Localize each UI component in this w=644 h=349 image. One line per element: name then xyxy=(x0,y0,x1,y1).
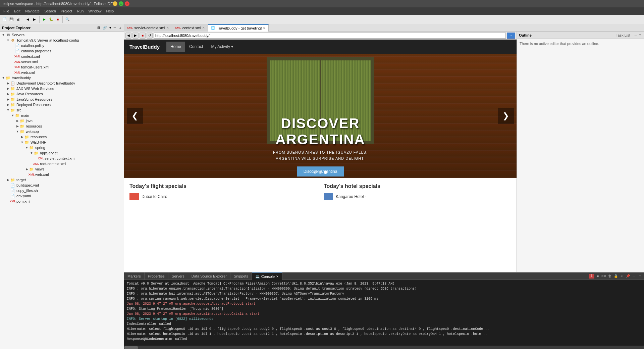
maximize-button[interactable]: □ xyxy=(119,1,123,6)
menu-window[interactable]: Window xyxy=(86,8,103,14)
browser-go-button[interactable]: → xyxy=(507,33,515,39)
minimize-panel-button[interactable]: ─ xyxy=(113,26,117,30)
tab-close-servlet[interactable]: ✕ xyxy=(166,26,169,30)
close-button[interactable]: ✕ xyxy=(125,1,129,6)
tree-item-spring[interactable]: ▼ 📁 spring xyxy=(0,145,124,150)
tab-markers[interactable]: Markers xyxy=(124,272,145,280)
tree-item-java[interactable]: ▶ 📁 java xyxy=(0,118,124,123)
outline-minimize[interactable]: ─ xyxy=(634,33,638,37)
tab-close-context[interactable]: ✕ xyxy=(202,26,205,30)
browser-refresh-button[interactable]: ↺ xyxy=(147,33,153,39)
maximize-panel-button[interactable]: □ xyxy=(118,26,122,30)
back-button[interactable]: ◀ xyxy=(24,16,31,23)
browser-stop-button[interactable]: ■ xyxy=(140,33,146,39)
tab-console[interactable]: 💻 Console ✕ xyxy=(252,272,282,280)
nav-contact[interactable]: Contact xyxy=(185,42,207,52)
tab-servers[interactable]: Servers xyxy=(168,272,188,280)
search-button[interactable]: 🔍 xyxy=(64,16,71,23)
tree-item-pom[interactable]: XML pom.xml xyxy=(0,199,124,204)
tree-item-context-xml[interactable]: XML context.xml xyxy=(0,54,124,59)
tree-item-target[interactable]: ▶ 📁 target xyxy=(0,177,124,183)
toggle-target[interactable]: ▶ xyxy=(6,178,10,182)
link-with-editor-button[interactable]: 🔗 xyxy=(102,26,108,30)
toggle-java-res[interactable]: ▶ xyxy=(6,92,10,96)
toggle-dd[interactable]: ▶ xyxy=(6,81,10,85)
menu-navigate[interactable]: Navigate xyxy=(23,8,42,14)
tree-item-servers[interactable]: ▼ 🖥 Servers xyxy=(0,32,124,38)
tree-item-tomcat[interactable]: ▼ ⚙ Tomcat v9.0 Server at localhost-conf… xyxy=(0,38,124,43)
menu-project[interactable]: Project xyxy=(59,8,74,14)
tree-item-web-xml[interactable]: XML web.xml xyxy=(0,172,124,177)
browser-back-button[interactable]: ◀ xyxy=(125,33,131,39)
tree-item-jax-ws[interactable]: ▶ 📁 JAX-WS Web Services xyxy=(0,86,124,91)
tab-properties[interactable]: Properties xyxy=(145,272,168,280)
toggle-js-res[interactable]: ▶ xyxy=(6,97,10,101)
tree-item-webinf[interactable]: ▼ 📁 WEB-INF xyxy=(0,140,124,145)
slider-prev-button[interactable]: ❮ xyxy=(127,108,143,124)
scroll-lock[interactable]: 🔒 xyxy=(613,273,619,279)
tree-item-buildspec[interactable]: 📄 buildspec.yml xyxy=(0,183,124,188)
collapse-all-button[interactable]: ⊟ xyxy=(96,26,101,30)
console-close[interactable]: ✕ xyxy=(276,275,279,278)
toggle-main[interactable]: ▼ xyxy=(11,113,15,117)
minimize-button[interactable]: ─ xyxy=(113,1,117,6)
tab-travelbuddy[interactable]: 🌐 TravelBuddy - get traveling! ✕ xyxy=(208,24,269,32)
bottom-scrollbar[interactable] xyxy=(124,346,644,349)
tree-item-java-resources[interactable]: ▶ 📁 Java Resources xyxy=(0,91,124,97)
tree-item-web-xml-server[interactable]: XML web.xml xyxy=(0,70,124,75)
tree-item-deployment-descriptor[interactable]: ▶ 📋 Deployment Descriptor: travelbuddy xyxy=(0,81,124,86)
clear-console[interactable]: 🗑 xyxy=(607,273,612,279)
tree-item-webapp-resources[interactable]: ▶ 📁 resources xyxy=(0,134,124,140)
view-menu-button[interactable]: ▾ xyxy=(108,26,112,30)
tree-item-main[interactable]: ▼ 📁 main xyxy=(0,113,124,118)
browser-forward-button[interactable]: ▶ xyxy=(132,33,139,39)
toggle-src[interactable]: ▼ xyxy=(6,108,10,112)
tree-item-server-xml[interactable]: XML server.xml xyxy=(0,59,124,64)
menu-edit[interactable]: Edit xyxy=(12,8,22,14)
tree-item-catalina-policy[interactable]: 📄 catalina.policy xyxy=(0,43,124,48)
toggle-travelbuddy[interactable]: ▼ xyxy=(1,76,5,80)
nav-my-activity[interactable]: My Activity ▾ xyxy=(207,42,237,52)
run-button[interactable]: ▶ xyxy=(41,16,48,23)
save-button[interactable]: 💾 xyxy=(8,16,15,23)
console-maximize[interactable]: □ xyxy=(637,273,643,279)
tree-item-catalina-properties[interactable]: 📄 catalina.properties xyxy=(0,48,124,54)
tab-servlet-context[interactable]: XML servlet-context.xml ✕ xyxy=(124,24,172,32)
toggle-deployed[interactable]: ▶ xyxy=(6,103,10,107)
scrollbar-thumb[interactable] xyxy=(124,346,138,349)
tab-data-source-explorer[interactable]: Data Source Explorer xyxy=(188,272,230,280)
tree-item-appservlet[interactable]: ▼ 📁 appServlet xyxy=(0,150,124,156)
tab-context[interactable]: XML context.xml ✕ xyxy=(172,24,208,32)
tree-item-servlet-context[interactable]: XML servlet-context.xml xyxy=(0,156,124,161)
toggle-jaxws[interactable]: ▶ xyxy=(6,87,10,91)
tree-item-travelbuddy[interactable]: ▼ 📁 travelbuddy xyxy=(0,75,124,81)
terminate-button[interactable]: ■ xyxy=(595,273,600,279)
tree-item-deployed-resources[interactable]: ▶ 📁 Deployed Resources xyxy=(0,102,124,107)
toggle-servers[interactable]: ▼ xyxy=(1,33,5,37)
toggle-tomcat[interactable]: ▼ xyxy=(6,38,10,42)
toggle-views[interactable]: ▶ xyxy=(25,167,29,171)
menu-run[interactable]: Run xyxy=(75,8,86,14)
toggle-webinf[interactable]: ▼ xyxy=(20,140,24,144)
menu-file[interactable]: File xyxy=(1,8,11,14)
toggle-resources[interactable]: ▶ xyxy=(15,124,19,128)
tree-item-webapp[interactable]: ▼ 📁 webapp xyxy=(0,129,124,134)
forward-button[interactable]: ▶ xyxy=(31,16,38,23)
tree-item-copy-files[interactable]: 📄 copy_files.sh xyxy=(0,188,124,193)
url-input[interactable] xyxy=(154,33,506,39)
toggle-webapp-res[interactable]: ▶ xyxy=(20,135,24,139)
menu-help[interactable]: Help xyxy=(104,8,116,14)
tree-item-src[interactable]: ▼ 📁 src xyxy=(0,107,124,113)
console-output[interactable]: Tomcat v9.0 Server at localhost [Apache … xyxy=(124,280,644,346)
tree-item-root-context[interactable]: XML root-context.xml xyxy=(0,161,124,166)
tree-item-tomcat-users-xml[interactable]: XML tomcat-users.xml xyxy=(0,64,124,70)
print-button[interactable]: 🖨 xyxy=(15,16,21,23)
tab-close-travelbuddy[interactable]: ✕ xyxy=(263,27,266,30)
toggle-webapp[interactable]: ▼ xyxy=(15,130,19,134)
outline-maximize[interactable]: □ xyxy=(638,33,642,37)
remove-terminated[interactable]: ✕✕ xyxy=(601,273,606,279)
word-wrap[interactable]: ↩ xyxy=(619,273,625,279)
debug-button[interactable]: 🐛 xyxy=(48,16,54,23)
pin-console[interactable]: 📌 xyxy=(625,273,631,279)
tree-item-env[interactable]: 📄 env.yaml xyxy=(0,193,124,199)
